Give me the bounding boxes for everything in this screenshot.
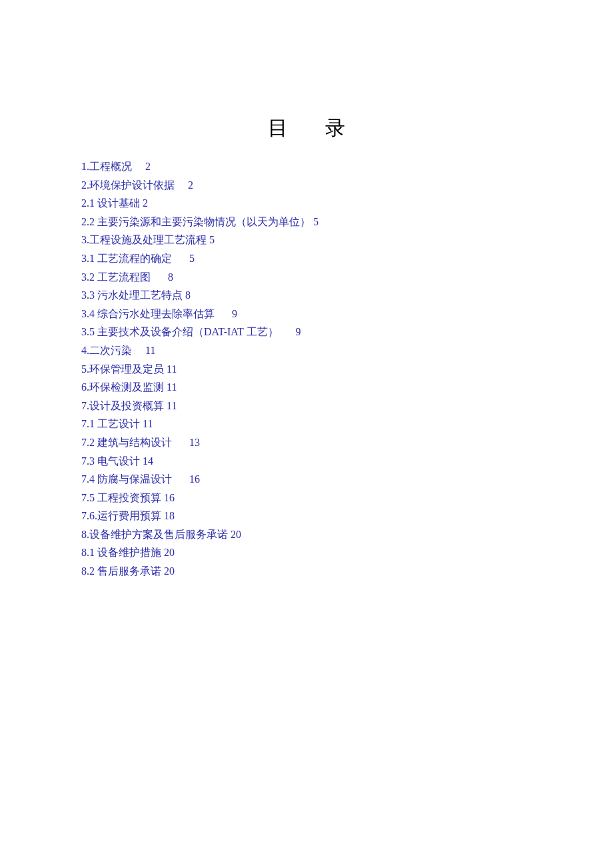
toc-entry[interactable]: 3.工程设施及处理工艺流程5: [81, 231, 532, 249]
toc-page: 8: [185, 289, 191, 301]
toc-title: 目 录: [81, 115, 532, 142]
toc-label: 7.3 电气设计: [81, 455, 140, 467]
toc-page: 20: [164, 547, 175, 558]
toc-entry[interactable]: 7.5 工程投资预算16: [81, 489, 532, 507]
toc-label: 3.1 工艺流程的确定: [81, 253, 172, 264]
toc-page: 9: [296, 326, 301, 337]
table-of-contents: 1.工程概况2 2.环境保护设计依据2 2.1 设计基础2 2.2 主要污染源和…: [81, 158, 532, 580]
toc-page: 11: [143, 418, 153, 429]
toc-page: 14: [143, 455, 153, 467]
toc-entry[interactable]: 8.设备维护方案及售后服务承诺20: [81, 526, 532, 543]
toc-label: 5.环保管理及定员: [81, 363, 164, 375]
toc-label: 3.2 工艺流程图: [81, 271, 151, 283]
toc-page: 11: [167, 381, 177, 393]
toc-entry[interactable]: 4.二次污染11: [81, 342, 532, 359]
toc-page: 2: [188, 179, 193, 191]
toc-entry[interactable]: 2.环境保护设计依据2: [81, 177, 532, 194]
toc-entry[interactable]: 1.工程概况2: [81, 158, 532, 175]
toc-label: 7.2 建筑与结构设计: [81, 437, 172, 448]
toc-page: 11: [167, 363, 177, 375]
toc-entry[interactable]: 7.6.运行费用预算18: [81, 507, 532, 525]
toc-entry[interactable]: 7.4 防腐与保温设计16: [81, 471, 532, 488]
toc-page: 13: [189, 437, 200, 448]
toc-entry[interactable]: 5.环保管理及定员11: [81, 361, 532, 378]
toc-page: 9: [232, 308, 237, 319]
toc-entry[interactable]: 3.4 综合污水处理去除率估算9: [81, 305, 532, 323]
toc-label: 1.工程概况: [81, 161, 132, 172]
toc-entry[interactable]: 7.3 电气设计14: [81, 453, 532, 470]
toc-page: 18: [164, 510, 175, 521]
toc-label: 8.2 售后服务承诺: [81, 565, 161, 577]
toc-label: 3.4 综合污水处理去除率估算: [81, 308, 215, 319]
toc-entry[interactable]: 7.设计及投资概算11: [81, 397, 532, 415]
toc-entry[interactable]: 3.2 工艺流程图8: [81, 269, 532, 286]
toc-entry[interactable]: 3.3 污水处理工艺特点8: [81, 287, 532, 304]
toc-label: 2.环境保护设计依据: [81, 179, 175, 191]
toc-page: 20: [164, 565, 175, 577]
toc-page: 16: [189, 473, 200, 485]
toc-entry[interactable]: 8.2 售后服务承诺20: [81, 563, 532, 580]
toc-label: 7.5 工程投资预算: [81, 492, 161, 503]
toc-page: 16: [164, 492, 175, 503]
toc-page: 2: [143, 197, 148, 209]
toc-entry[interactable]: 3.1 工艺流程的确定5: [81, 250, 532, 267]
toc-page: 5: [209, 234, 215, 245]
toc-label: 7.6.运行费用预算: [81, 510, 161, 521]
toc-page: 8: [168, 271, 173, 283]
toc-entry[interactable]: 6.环保检测及监测11: [81, 379, 532, 396]
toc-label: 2.2 主要污染源和主要污染物情况（以天为单位）: [81, 216, 310, 227]
toc-label: 2.1 设计基础: [81, 197, 140, 209]
toc-label: 8.设备维护方案及售后服务承诺: [81, 529, 228, 540]
toc-label: 7.4 防腐与保温设计: [81, 473, 172, 485]
toc-label: 6.环保检测及监测: [81, 381, 164, 393]
toc-label: 3.5 主要技术及设备介绍（DAT-IAT 工艺）: [81, 326, 279, 337]
toc-entry[interactable]: 7.2 建筑与结构设计13: [81, 434, 532, 451]
toc-label: 4.二次污染: [81, 345, 132, 356]
toc-label: 3.工程设施及处理工艺流程: [81, 234, 207, 245]
toc-label: 7.1 工艺设计: [81, 418, 140, 429]
toc-entry[interactable]: 8.1 设备维护措施20: [81, 544, 532, 561]
toc-entry[interactable]: 2.1 设计基础2: [81, 195, 532, 212]
toc-label: 3.3 污水处理工艺特点: [81, 289, 183, 301]
toc-page: 5: [189, 253, 195, 264]
toc-page: 11: [167, 400, 177, 411]
toc-entry[interactable]: 2.2 主要污染源和主要污染物情况（以天为单位）5: [81, 213, 532, 231]
toc-label: 8.1 设备维护措施: [81, 547, 161, 558]
toc-page: 2: [145, 161, 151, 172]
toc-entry[interactable]: 3.5 主要技术及设备介绍（DAT-IAT 工艺）9: [81, 323, 532, 341]
toc-page: 5: [313, 216, 318, 227]
toc-page: 20: [231, 529, 241, 540]
toc-label: 7.设计及投资概算: [81, 400, 164, 411]
toc-page: 11: [145, 345, 155, 356]
toc-entry[interactable]: 7.1 工艺设计11: [81, 415, 532, 433]
